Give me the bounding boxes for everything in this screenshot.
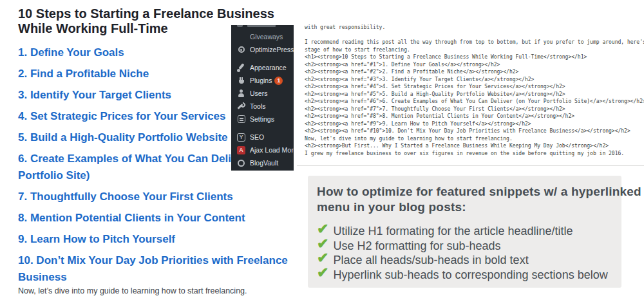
ajax-icon	[237, 146, 245, 154]
code-line: <h2><strong><a href="#5">5. Build a High…	[305, 91, 644, 98]
sidebar-menu-item[interactable]: Giveaways	[231, 30, 294, 43]
wordpress-admin-sidebar: Giveaways OptimizePress Appearance Plugi…	[231, 25, 294, 171]
sidebar-item-label: Plugins	[250, 77, 272, 84]
sidebar-item-label: Appearance	[250, 64, 287, 71]
code-line: I grew my freelance business to over six…	[305, 150, 644, 158]
tip-text: Place all heads/sub-heads in bold text	[333, 253, 528, 268]
plug-icon	[237, 77, 245, 85]
sidebar-item-label: BlogVault	[250, 159, 278, 167]
code-line: <h2><strong><a href="#6">6. Create Examp…	[305, 98, 644, 106]
tip-item: ✔ Use H2 formatting for sub-heads	[317, 239, 612, 254]
update-count-badge: 1	[274, 77, 283, 85]
code-line: <h2><strong><a href="#8">8. Mention Pote…	[305, 113, 644, 120]
tips-title: How to optimize for featured snippets w/…	[317, 184, 612, 215]
tip-text: Use H2 formatting for sub-heads	[333, 239, 500, 254]
check-icon: ✔	[317, 266, 328, 279]
yoast-icon	[237, 133, 245, 142]
tip-text: Hyperlink sub-heads to corresponding sec…	[333, 268, 607, 283]
code-line: <h2><strong><a href="#9">9. Learn How to…	[305, 120, 644, 128]
sidebar-item-label: SEO	[250, 133, 264, 141]
sidebar-item-label: Tools	[250, 102, 266, 110]
user-icon	[237, 89, 245, 98]
sliders-icon	[237, 115, 245, 124]
step-heading-link[interactable]: 10. Don’t Mix Your Day Job Priorities wi…	[18, 252, 295, 286]
sidebar-menu-item[interactable]: BlogVault	[231, 156, 294, 169]
code-line: <h2><strong>But First... Why I Started a…	[305, 142, 644, 150]
code-line: <h2><strong><a href="#2">2. Find a Profi…	[305, 68, 644, 76]
gear-icon	[237, 46, 245, 54]
code-line: <h2><strong><a href="#1">1. Define Your …	[305, 61, 644, 69]
sidebar-menu-item[interactable]: Users	[231, 87, 294, 100]
tip-item: ✔ Place all heads/sub-heads in bold text	[317, 253, 612, 268]
sidebar-item-label: OptimizePress	[250, 46, 294, 53]
sidebar-item-label: Giveaways	[250, 33, 283, 41]
sidebar-item-label: Ajax Load More	[250, 146, 294, 154]
sidebar-menu-item[interactable]: OptimizePress	[231, 43, 294, 56]
wrench-icon	[237, 102, 245, 111]
tips-list: ✔ Utilize H1 formating for the article h…	[317, 224, 612, 282]
code-line: <h2><strong><a href="#4">4. Set Strategi…	[305, 83, 644, 91]
sidebar-menu-item[interactable]: Settings	[231, 113, 294, 126]
code-line: <h2><strong><a href="#10">10. Don't Mix …	[305, 127, 644, 135]
sidebar-menu-item[interactable]: Appearance	[231, 61, 294, 74]
code-line: with great responsibility.	[305, 24, 644, 32]
check-icon: ✔	[317, 237, 328, 250]
tip-item: ✔ Utilize H1 formating for the article h…	[317, 224, 612, 239]
code-line: <h2><strong><a href="#7">7. Thoughtfully…	[305, 106, 644, 113]
check-icon: ✔	[317, 252, 328, 265]
step-heading-link[interactable]: 7. Thoughtfully Choose Your First Client…	[18, 189, 295, 205]
tip-text: Utilize H1 formating for the article hea…	[333, 224, 573, 239]
sidebar-item-label	[247, 25, 276, 27]
sidebar-menu-item[interactable]: Plugins 1	[231, 74, 294, 87]
sidebar-menu-item[interactable]: Ajax Load More	[231, 144, 294, 156]
code-line: I recommend reading this post all the wa…	[305, 39, 644, 46]
check-icon: ✔	[317, 223, 328, 236]
sidebar-menu-item[interactable]: Tools	[231, 100, 294, 113]
code-line	[305, 32, 644, 39]
code-line: <h2><strong><a href="#3">3. Identify You…	[305, 76, 644, 84]
code-line: Now, let's dive into my guide to learnin…	[305, 135, 644, 143]
blogvault-icon	[237, 159, 245, 167]
sidebar-item-label: Users	[250, 89, 267, 97]
brush-icon	[237, 64, 245, 72]
sidebar-item-label: Settings	[250, 115, 274, 123]
step-heading-link[interactable]: 8. Mention Potential Clients in Your Con…	[18, 210, 295, 227]
sidebar-menu-item[interactable]	[231, 25, 294, 30]
sidebar-menu-item[interactable]: SEO	[231, 131, 294, 144]
code-line: stage of how to start freelancing.	[305, 46, 644, 54]
code-line: <h1><strong>10 Steps to Starting a Freel…	[305, 53, 644, 61]
featured-snippet-tips-box: How to optimize for featured snippets w/…	[308, 176, 621, 288]
step-heading-link[interactable]: 9. Learn How to Pitch Yourself	[18, 231, 295, 248]
intro-text: Now, let’s dive into my guide to learnin…	[18, 286, 295, 295]
tip-item: ✔ Hyperlink sub-heads to corresponding s…	[317, 268, 612, 283]
post-html-editor[interactable]: with great responsibility. I recommend r…	[297, 24, 644, 166]
